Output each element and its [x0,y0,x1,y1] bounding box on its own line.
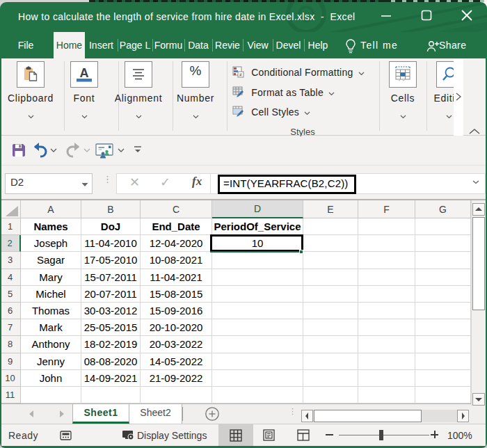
svg-text:≠: ≠ [239,72,242,77]
svg-text:A: A [80,66,89,80]
